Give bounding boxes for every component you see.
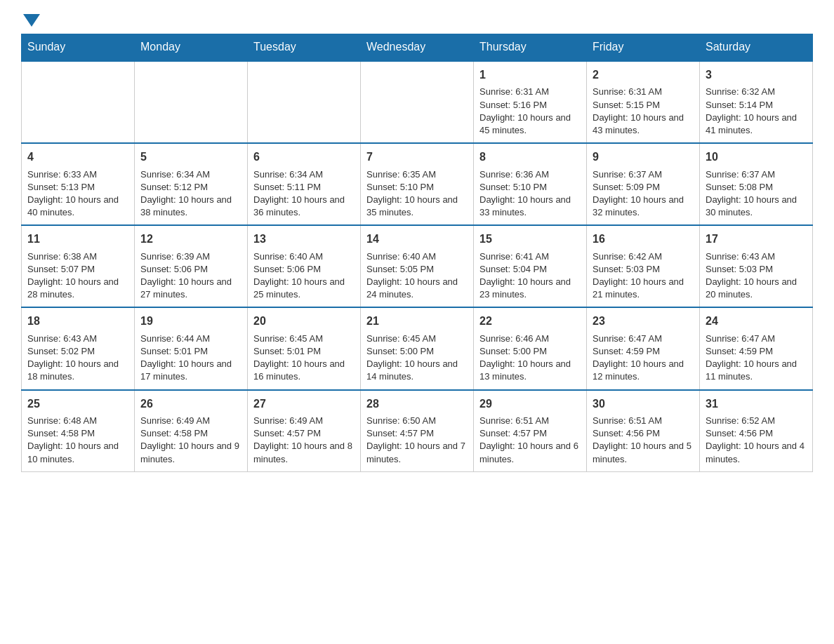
day-header-wednesday: Wednesday [361, 34, 474, 61]
day-info: Sunrise: 6:45 AM [366, 333, 468, 345]
day-number: 22 [479, 314, 581, 329]
day-info: Daylight: 10 hours and 9 minutes. [140, 440, 241, 465]
day-info: Sunrise: 6:51 AM [593, 415, 694, 427]
day-info: Sunset: 5:16 PM [479, 99, 581, 112]
calendar-week-row: 11Sunrise: 6:38 AMSunset: 5:07 PMDayligh… [22, 225, 813, 307]
day-number: 19 [140, 314, 241, 329]
day-info: Daylight: 10 hours and 24 minutes. [366, 276, 468, 301]
day-number: 18 [27, 314, 128, 329]
calendar-cell: 20Sunrise: 6:45 AMSunset: 5:01 PMDayligh… [248, 307, 361, 389]
day-info: Sunrise: 6:38 AM [27, 250, 128, 263]
calendar-cell: 11Sunrise: 6:38 AMSunset: 5:07 PMDayligh… [22, 225, 135, 307]
day-info: Sunset: 4:56 PM [593, 427, 694, 440]
calendar-cell: 30Sunrise: 6:51 AMSunset: 4:56 PMDayligh… [587, 390, 700, 472]
calendar-cell: 19Sunrise: 6:44 AMSunset: 5:01 PMDayligh… [135, 307, 248, 389]
day-number: 11 [27, 232, 128, 247]
day-info: Sunrise: 6:37 AM [706, 168, 807, 181]
calendar-cell [135, 61, 248, 143]
calendar-cell: 21Sunrise: 6:45 AMSunset: 5:00 PMDayligh… [361, 307, 474, 389]
day-number: 25 [27, 396, 128, 412]
day-info: Sunset: 5:14 PM [706, 99, 807, 112]
calendar-cell: 1Sunrise: 6:31 AMSunset: 5:16 PMDaylight… [474, 61, 587, 143]
day-info: Sunrise: 6:34 AM [253, 168, 355, 181]
day-number: 3 [706, 67, 807, 83]
calendar-week-row: 18Sunrise: 6:43 AMSunset: 5:02 PMDayligh… [22, 307, 813, 389]
day-info: Sunset: 4:59 PM [593, 345, 694, 358]
day-info: Sunrise: 6:40 AM [366, 250, 468, 263]
day-info: Daylight: 10 hours and 13 minutes. [479, 358, 581, 383]
day-info: Daylight: 10 hours and 36 minutes. [253, 194, 355, 219]
calendar-cell: 3Sunrise: 6:32 AMSunset: 5:14 PMDaylight… [700, 61, 813, 143]
calendar-week-row: 1Sunrise: 6:31 AMSunset: 5:16 PMDaylight… [22, 61, 813, 143]
calendar-cell: 18Sunrise: 6:43 AMSunset: 5:02 PMDayligh… [22, 307, 135, 389]
calendar-cell: 26Sunrise: 6:49 AMSunset: 4:58 PMDayligh… [135, 390, 248, 472]
day-info: Sunrise: 6:31 AM [479, 86, 581, 98]
day-number: 5 [140, 149, 241, 165]
day-info: Sunset: 5:07 PM [27, 263, 128, 276]
day-info: Sunset: 5:03 PM [593, 263, 694, 276]
calendar-cell: 4Sunrise: 6:33 AMSunset: 5:13 PMDaylight… [22, 143, 135, 225]
day-info: Daylight: 10 hours and 20 minutes. [706, 276, 807, 301]
calendar-cell: 25Sunrise: 6:48 AMSunset: 4:58 PMDayligh… [22, 390, 135, 472]
day-info: Sunset: 5:06 PM [253, 263, 355, 276]
calendar-cell: 17Sunrise: 6:43 AMSunset: 5:03 PMDayligh… [700, 225, 813, 307]
calendar-cell: 8Sunrise: 6:36 AMSunset: 5:10 PMDaylight… [474, 143, 587, 225]
day-info: Sunrise: 6:37 AM [593, 168, 694, 181]
day-info: Sunrise: 6:51 AM [479, 415, 581, 427]
calendar: SundayMondayTuesdayWednesdayThursdayFrid… [21, 34, 813, 472]
day-info: Daylight: 10 hours and 38 minutes. [140, 194, 241, 219]
day-info: Sunrise: 6:42 AM [593, 250, 694, 263]
day-info: Sunrise: 6:39 AM [140, 250, 241, 263]
calendar-cell: 15Sunrise: 6:41 AMSunset: 5:04 PMDayligh… [474, 225, 587, 307]
calendar-cell: 28Sunrise: 6:50 AMSunset: 4:57 PMDayligh… [361, 390, 474, 472]
day-info: Daylight: 10 hours and 18 minutes. [27, 358, 128, 383]
day-info: Sunrise: 6:49 AM [140, 415, 241, 427]
day-info: Sunset: 5:08 PM [706, 181, 807, 194]
day-info: Sunset: 5:00 PM [366, 345, 468, 358]
logo-triangle-icon [23, 14, 40, 27]
day-info: Sunset: 4:58 PM [27, 427, 128, 440]
day-number: 7 [366, 149, 468, 165]
day-info: Daylight: 10 hours and 41 minutes. [706, 112, 807, 137]
calendar-cell: 5Sunrise: 6:34 AMSunset: 5:12 PMDaylight… [135, 143, 248, 225]
calendar-header-row: SundayMondayTuesdayWednesdayThursdayFrid… [22, 34, 813, 61]
day-number: 14 [366, 232, 468, 247]
day-info: Sunrise: 6:41 AM [479, 250, 581, 263]
day-info: Daylight: 10 hours and 11 minutes. [706, 358, 807, 383]
day-info: Daylight: 10 hours and 7 minutes. [366, 440, 468, 465]
day-info: Sunset: 5:15 PM [593, 99, 694, 112]
day-info: Sunrise: 6:40 AM [253, 250, 355, 263]
page-header [21, 14, 813, 27]
day-info: Daylight: 10 hours and 10 minutes. [27, 440, 128, 465]
day-info: Sunset: 4:57 PM [366, 427, 468, 440]
day-info: Sunset: 5:10 PM [479, 181, 581, 194]
day-info: Sunset: 4:57 PM [479, 427, 581, 440]
day-info: Sunrise: 6:47 AM [706, 333, 807, 345]
day-info: Sunset: 5:06 PM [140, 263, 241, 276]
day-number: 6 [253, 149, 355, 165]
day-info: Daylight: 10 hours and 28 minutes. [27, 276, 128, 301]
calendar-cell [22, 61, 135, 143]
day-info: Daylight: 10 hours and 45 minutes. [479, 112, 581, 137]
day-info: Daylight: 10 hours and 30 minutes. [706, 194, 807, 219]
day-info: Sunset: 5:05 PM [366, 263, 468, 276]
day-info: Sunrise: 6:50 AM [366, 415, 468, 427]
day-header-thursday: Thursday [474, 34, 587, 61]
day-info: Daylight: 10 hours and 33 minutes. [479, 194, 581, 219]
day-info: Sunrise: 6:46 AM [479, 333, 581, 345]
day-info: Daylight: 10 hours and 14 minutes. [366, 358, 468, 383]
calendar-cell: 2Sunrise: 6:31 AMSunset: 5:15 PMDaylight… [587, 61, 700, 143]
day-info: Daylight: 10 hours and 6 minutes. [479, 440, 581, 465]
day-number: 13 [253, 232, 355, 247]
day-header-sunday: Sunday [22, 34, 135, 61]
day-info: Sunrise: 6:43 AM [27, 333, 128, 345]
logo-text [21, 14, 42, 27]
calendar-cell: 29Sunrise: 6:51 AMSunset: 4:57 PMDayligh… [474, 390, 587, 472]
day-number: 21 [366, 314, 468, 329]
day-info: Sunrise: 6:31 AM [593, 86, 694, 98]
day-info: Sunrise: 6:48 AM [27, 415, 128, 427]
calendar-cell: 23Sunrise: 6:47 AMSunset: 4:59 PMDayligh… [587, 307, 700, 389]
day-number: 30 [593, 396, 694, 412]
calendar-cell: 14Sunrise: 6:40 AMSunset: 5:05 PMDayligh… [361, 225, 474, 307]
day-number: 24 [706, 314, 807, 329]
